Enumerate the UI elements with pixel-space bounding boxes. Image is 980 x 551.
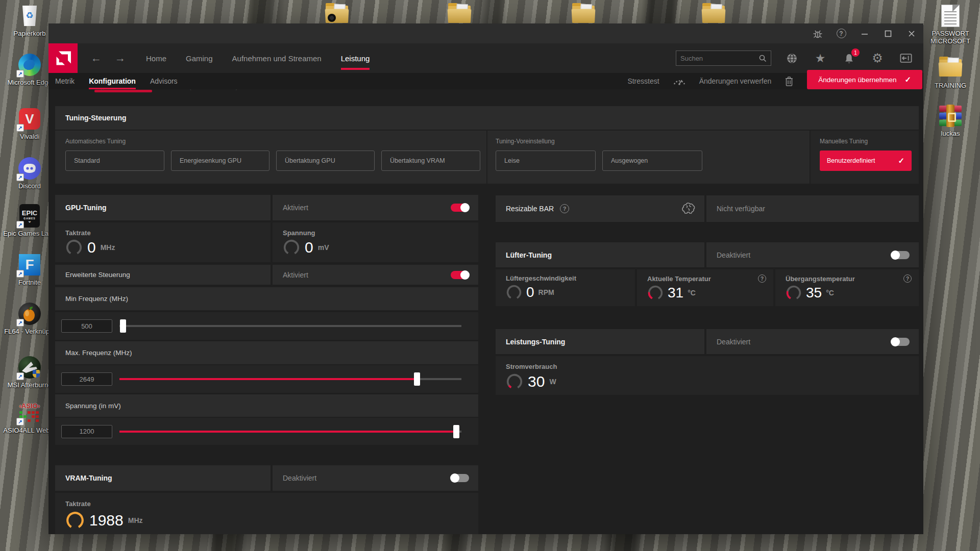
desktop-icon-msi-afterburner[interactable]: ↗ MSI Afterburne (5, 356, 54, 389)
desktop-folder-top-2[interactable] (435, 3, 484, 26)
bug-report-icon[interactable] (806, 23, 829, 43)
preset-tuning-label: Tuning-Voreinstellung (496, 138, 810, 145)
nav-item-leistung[interactable]: Leistung (341, 44, 370, 73)
advanced-control-label: Erweiterte Steuerung (65, 271, 130, 279)
nav-item-gaming[interactable]: Gaming (186, 44, 213, 73)
minimize-button[interactable] (853, 23, 876, 43)
search-input[interactable] (680, 55, 758, 62)
nav-item-aufnehmen[interactable]: Aufnehmen und Streamen (232, 44, 322, 73)
main-navbar: ← → Home Gaming Aufnehmen und Streamen L… (48, 43, 923, 73)
desktop-icon-edge[interactable]: ↗ Microsoft Edge (5, 53, 54, 86)
desktop-icon-training[interactable]: TRAINING (926, 56, 975, 89)
metric-unit: W (549, 378, 556, 386)
preset-balanced-button[interactable]: Ausgewogen (602, 151, 702, 171)
stresstest-gauge-icon[interactable] (673, 76, 686, 86)
gauge-icon (65, 239, 83, 256)
gpu-tuning-header: GPU-Tuning Aktiviert (55, 195, 478, 220)
gauge-icon (647, 285, 664, 301)
slider-handle[interactable] (414, 372, 420, 386)
section-title: VRAM-Tuning (65, 474, 112, 482)
min-freq-slider[interactable] (119, 319, 461, 333)
desktop-icon-label: Microsoft Edge (8, 79, 52, 86)
desktop-icon-passwort-microsoft[interactable]: PASSWORT MICROSOFT (926, 4, 975, 45)
desktop-folder-top-4[interactable] (689, 3, 738, 26)
desktop-icon-label: FL64 - Verknüpfu (4, 328, 55, 335)
back-arrow-icon[interactable]: ← (91, 52, 102, 64)
voltage-input[interactable] (61, 425, 112, 438)
folder-icon (448, 6, 471, 23)
forward-arrow-icon[interactable]: → (115, 52, 126, 64)
stresstest-label[interactable]: Stresstest (627, 77, 659, 85)
shortcut-arrow-icon: ↗ (16, 270, 24, 278)
slider-handle[interactable] (120, 319, 126, 333)
help-circle-icon[interactable]: ? (560, 204, 569, 213)
trash-icon[interactable] (785, 76, 794, 87)
gpu-tuning-toggle[interactable] (451, 204, 469, 212)
radeon-software-window: ? ← → Home Gaming Aufnehmen und Streamen… (48, 23, 923, 534)
voltage-slider[interactable] (119, 425, 461, 438)
notifications-bell-icon[interactable]: 1 (843, 52, 855, 64)
amd-radeon-logo-icon[interactable] (48, 43, 78, 73)
max-freq-label-row: Max. Frequenz (MHz) (55, 341, 478, 364)
uac-shield-icon (33, 370, 40, 378)
search-box[interactable] (676, 51, 771, 66)
slider-handle[interactable] (453, 425, 459, 438)
settings-gear-icon[interactable]: ⚙ (871, 52, 884, 64)
tab-konfiguration[interactable]: Konfiguration (89, 73, 136, 89)
search-icon (758, 54, 767, 62)
smart-access-memory-brain-icon (681, 202, 696, 215)
max-freq-input[interactable] (61, 372, 112, 386)
manual-custom-button[interactable]: Benutzerdefiniert✓ (820, 151, 912, 171)
desktop-icon-asio4all[interactable]: ‹ASIO› ↗ ASIO4ALL Web S (5, 401, 54, 434)
auto-tuning-oc-gpu-button[interactable]: Übertaktung GPU (276, 151, 375, 171)
auto-tuning-label: Automatisches Tuning (65, 138, 486, 145)
discard-changes-button[interactable]: Änderungen verwerfen (699, 77, 772, 85)
advanced-control-row: Erweiterte Steuerung Aktiviert (55, 265, 478, 285)
desktop-icon-label: luckas (941, 130, 960, 137)
window-titlebar: ? (48, 23, 923, 43)
desktop-icon-luckas[interactable]: luckas (926, 104, 975, 137)
section-title: Leistungs-Tuning (506, 338, 565, 346)
help-circle-icon[interactable]: ? (758, 274, 766, 283)
section-title: GPU-Tuning (65, 204, 107, 212)
max-freq-slider[interactable] (119, 372, 461, 386)
web-globe-icon[interactable] (786, 52, 798, 64)
maximize-button[interactable] (876, 23, 900, 43)
apply-changes-button[interactable]: Änderungen übernehmen✓ (807, 70, 922, 89)
advanced-control-toggle[interactable] (451, 271, 469, 279)
nav-item-home[interactable]: Home (146, 44, 166, 73)
metric-label: Spannung (283, 229, 315, 237)
fan-tuning-toggle[interactable] (891, 251, 910, 259)
metric-label: Lüftergeschwindigkeit (506, 274, 576, 282)
vram-tuning-toggle[interactable] (451, 474, 469, 482)
tuning-content: GPU-Tuning AMD Radeon RX 6700 XT (Primär… (48, 89, 923, 534)
folder-icon (702, 6, 725, 23)
preset-quiet-button[interactable]: Leise (496, 151, 596, 171)
tab-advisors[interactable]: Advisors (150, 73, 178, 89)
desktop-icon-discord[interactable]: ↗ Discord (5, 157, 54, 190)
desktop-folder-top-3[interactable] (559, 3, 608, 26)
status-text: Deaktiviert (717, 251, 750, 259)
gauge-icon (506, 373, 523, 390)
desktop-icon-fl-studio[interactable]: ↗ FL64 - Verknüpfu (5, 302, 54, 335)
desktop-icon-papierkorb[interactable]: ♻ Papierkorb (5, 4, 54, 37)
metric-unit: °C (688, 289, 696, 297)
help-circle-icon[interactable]: ? (903, 274, 912, 283)
desktop-folder-top-1[interactable] (312, 3, 361, 26)
min-freq-input[interactable] (61, 319, 112, 333)
metric-value: 0 (305, 239, 313, 256)
favorites-star-icon[interactable]: ★ (814, 52, 826, 64)
help-icon[interactable]: ? (829, 23, 853, 43)
power-tuning-toggle[interactable] (891, 338, 910, 346)
desktop-icon-epic-games[interactable]: EPIC GAMES ⌄ ↗ Epic Games Laun (5, 204, 54, 237)
auto-tuning-standard-button[interactable]: Standard (65, 151, 164, 171)
gauge-icon (506, 284, 522, 300)
tab-metrik[interactable]: Metrik (55, 73, 75, 89)
auto-tuning-undervolt-button[interactable]: Energiesenkung GPU (171, 151, 270, 171)
overlay-panel-icon[interactable] (900, 52, 912, 64)
auto-tuning-oc-vram-button[interactable]: Übertaktung VRAM (381, 151, 480, 171)
desktop-icon-fortnite[interactable]: F↗ Fortnite (5, 253, 54, 286)
metric-label: Taktrate (65, 500, 91, 508)
desktop-icon-vivaldi[interactable]: V↗ Vivaldi (5, 107, 54, 140)
close-button[interactable] (900, 23, 923, 43)
